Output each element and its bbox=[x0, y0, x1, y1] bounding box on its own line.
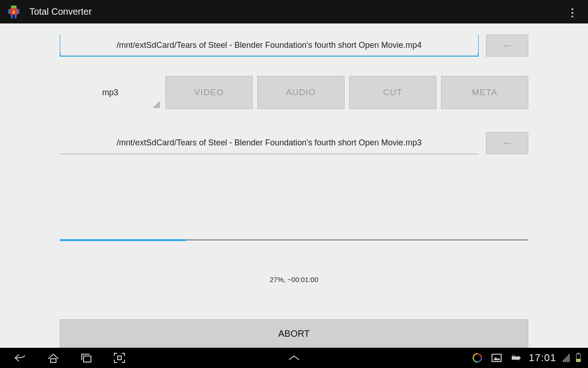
destination-browse-button[interactable]: --- bbox=[486, 132, 528, 154]
back-button[interactable] bbox=[14, 351, 27, 364]
meta-tab-button[interactable]: META bbox=[441, 76, 528, 109]
nav-left-group bbox=[14, 351, 126, 364]
source-row: --- bbox=[60, 34, 528, 57]
status-tray: 17:01 bbox=[471, 351, 581, 364]
status-clock: 17:01 bbox=[529, 352, 556, 364]
main-content: --- mp3 VIDEO AUDIO CUT META --- 27%, ~0… bbox=[0, 23, 588, 348]
overflow-icon bbox=[571, 8, 573, 17]
cut-tab-button[interactable]: CUT bbox=[349, 76, 436, 109]
progress-bar bbox=[60, 239, 528, 241]
dropdown-indicator-icon bbox=[153, 101, 160, 108]
options-row: mp3 VIDEO AUDIO CUT META bbox=[60, 76, 528, 109]
system-nav-bar: 17:01 bbox=[0, 348, 588, 368]
progress-text: 27%, ~00:01:00 bbox=[60, 276, 528, 283]
svg-rect-8 bbox=[84, 356, 91, 362]
destination-row: --- bbox=[60, 132, 528, 154]
screenshot-button[interactable] bbox=[113, 351, 126, 364]
svg-rect-7 bbox=[51, 359, 56, 362]
home-button[interactable] bbox=[47, 351, 60, 364]
svg-rect-10 bbox=[492, 354, 501, 362]
overflow-menu-button[interactable] bbox=[563, 0, 582, 26]
expand-nav-button[interactable] bbox=[287, 355, 301, 361]
battery-icon bbox=[576, 354, 581, 362]
gallery-icon bbox=[490, 351, 503, 364]
progress-fill bbox=[60, 239, 186, 241]
app-icon bbox=[5, 3, 23, 21]
abort-button[interactable]: ABORT bbox=[60, 319, 528, 348]
svg-marker-13 bbox=[518, 356, 521, 361]
destination-path-input[interactable] bbox=[60, 132, 479, 154]
signal-icon bbox=[563, 354, 570, 362]
sync-icon bbox=[471, 351, 484, 364]
svg-marker-14 bbox=[512, 355, 515, 356]
recents-button[interactable] bbox=[80, 351, 93, 364]
svg-rect-3 bbox=[8, 9, 10, 14]
video-tab-button[interactable]: VIDEO bbox=[165, 76, 253, 109]
svg-rect-6 bbox=[15, 15, 17, 18]
svg-rect-9 bbox=[118, 356, 121, 360]
svg-rect-0 bbox=[11, 6, 17, 8]
action-bar: Total Converter bbox=[0, 0, 588, 23]
svg-rect-5 bbox=[11, 15, 13, 18]
audio-tab-button[interactable]: AUDIO bbox=[257, 76, 345, 109]
svg-rect-4 bbox=[17, 9, 19, 14]
source-browse-button[interactable]: --- bbox=[486, 34, 528, 57]
svg-rect-12 bbox=[512, 356, 518, 360]
app-title: Total Converter bbox=[29, 6, 92, 17]
source-path-input[interactable] bbox=[60, 34, 479, 57]
svg-marker-11 bbox=[493, 357, 500, 360]
format-spinner[interactable]: mp3 bbox=[60, 76, 161, 109]
format-selected-label: mp3 bbox=[102, 88, 118, 98]
source-path-wrap bbox=[60, 34, 479, 57]
data-sync-icon bbox=[509, 351, 522, 364]
